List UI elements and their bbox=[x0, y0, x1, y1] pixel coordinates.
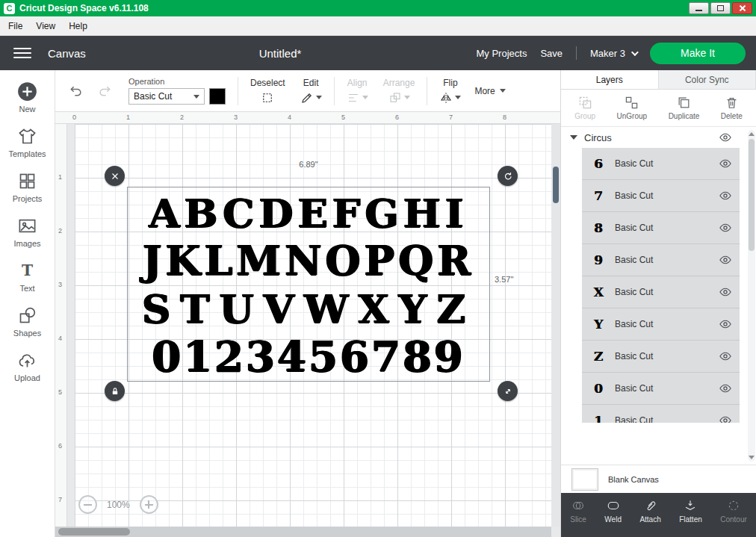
scrollbar-thumb[interactable] bbox=[553, 167, 559, 203]
menu-file[interactable]: File bbox=[1, 16, 29, 35]
my-projects-link[interactable]: My Projects bbox=[476, 48, 527, 59]
duplicate-button[interactable]: Duplicate bbox=[669, 96, 700, 120]
layer-row[interactable]: 6Basic Cut bbox=[561, 148, 756, 180]
visibility-eye-icon[interactable] bbox=[719, 157, 732, 170]
layer-row[interactable]: 8Basic Cut bbox=[561, 212, 756, 244]
lock-handle[interactable] bbox=[105, 381, 125, 401]
layer-tools: GroupUnGroupDuplicateDelete bbox=[561, 90, 756, 127]
layer-row-body[interactable]: XBasic Cut bbox=[582, 276, 740, 308]
scroll-down-icon[interactable] bbox=[749, 456, 755, 459]
panel-scrollbar[interactable] bbox=[748, 130, 755, 462]
scroll-up-icon[interactable] bbox=[749, 132, 755, 136]
layer-row-body[interactable]: 6Basic Cut bbox=[582, 148, 740, 180]
sidebar-item-new[interactable]: New bbox=[0, 81, 55, 114]
visibility-eye-icon[interactable] bbox=[719, 285, 732, 299]
operation-select[interactable]: Basic Cut bbox=[128, 88, 205, 105]
remove-selection-handle[interactable] bbox=[105, 166, 125, 186]
sidebar-item-upload[interactable]: Upload bbox=[0, 350, 55, 382]
visibility-eye-icon[interactable] bbox=[719, 382, 732, 395]
layer-row[interactable]: ZBasic Cut bbox=[561, 341, 756, 373]
scrollbar-thumb[interactable] bbox=[58, 528, 130, 536]
ruler-number: 1 bbox=[58, 173, 62, 181]
layer-row[interactable]: 9Basic Cut bbox=[561, 244, 756, 276]
rotate-handle[interactable] bbox=[498, 166, 518, 186]
color-swatch[interactable] bbox=[209, 88, 226, 105]
layer-group-header[interactable]: Circus bbox=[561, 127, 756, 148]
canvas-nav-label[interactable]: Canvas bbox=[48, 47, 86, 60]
attach-icon bbox=[644, 499, 657, 512]
layer-row-body[interactable]: 1Basic Cut bbox=[582, 405, 740, 423]
canvas-color-swatch[interactable] bbox=[571, 468, 598, 491]
layer-row-body[interactable]: 8Basic Cut bbox=[582, 212, 740, 244]
blank-canvas-row[interactable]: Blank Canvas bbox=[561, 465, 756, 493]
menu-view[interactable]: View bbox=[29, 16, 62, 35]
tab-color-sync[interactable]: Color Sync bbox=[659, 70, 756, 89]
delete-button[interactable]: Delete bbox=[721, 96, 743, 120]
visibility-eye-icon[interactable] bbox=[719, 189, 732, 202]
flip-icon bbox=[439, 91, 461, 105]
layer-row-body[interactable]: 0Basic Cut bbox=[582, 373, 740, 405]
sidebar-item-shapes[interactable]: Shapes bbox=[0, 305, 55, 338]
save-link[interactable]: Save bbox=[540, 48, 563, 59]
canvas-grid[interactable]: 6.89" 3.57" ABCDEFGHIJKLMNOPQRSTUVWXYZ01… bbox=[75, 124, 551, 527]
make-it-button[interactable]: Make It bbox=[650, 43, 746, 64]
minus-icon bbox=[84, 504, 92, 506]
canvas-vertical-scrollbar[interactable] bbox=[551, 124, 560, 527]
selection-bounding-box[interactable]: ABCDEFGHIJKLMNOPQRSTUVWXYZ0123456789 bbox=[127, 187, 490, 382]
layer-thumbnail: 7 bbox=[589, 188, 607, 203]
visibility-eye-icon[interactable] bbox=[719, 350, 732, 363]
flatten-button[interactable]: Flatten bbox=[679, 499, 702, 524]
layer-row-body[interactable]: 7Basic Cut bbox=[582, 180, 740, 212]
group-button[interactable]: Group bbox=[574, 96, 595, 120]
layer-row-body[interactable]: 9Basic Cut bbox=[582, 244, 740, 276]
weld-button[interactable]: Weld bbox=[604, 499, 622, 524]
sidebar-item-text[interactable]: TText bbox=[0, 261, 55, 293]
collapse-triangle-icon[interactable] bbox=[570, 135, 577, 140]
layer-row[interactable]: 7Basic Cut bbox=[561, 180, 756, 212]
layer-row-body[interactable]: YBasic Cut bbox=[582, 308, 740, 341]
maximize-button[interactable] bbox=[710, 2, 731, 14]
machine-select[interactable]: Maker 3 bbox=[590, 48, 636, 59]
zoom-in-button[interactable] bbox=[140, 495, 158, 514]
layer-row[interactable]: XBasic Cut bbox=[561, 276, 756, 308]
tab-layers[interactable]: Layers bbox=[561, 70, 659, 89]
visibility-eye-icon[interactable] bbox=[719, 317, 732, 331]
edit-button[interactable]: Edit bbox=[293, 78, 329, 105]
layer-row[interactable]: 0Basic Cut bbox=[561, 373, 756, 405]
minimize-button[interactable] bbox=[689, 2, 709, 14]
hamburger-menu-icon[interactable] bbox=[13, 48, 31, 58]
ruler-number: 3 bbox=[234, 114, 238, 121]
ruler-number: 1 bbox=[126, 114, 130, 121]
sidebar-item-projects[interactable]: Projects bbox=[0, 171, 55, 203]
undo-button[interactable] bbox=[69, 84, 84, 99]
more-button[interactable]: More bbox=[474, 86, 505, 96]
operation-group: Operation Basic Cut bbox=[128, 77, 226, 105]
deselect-button[interactable]: Deselect bbox=[243, 78, 293, 105]
resize-handle[interactable] bbox=[498, 381, 518, 401]
scrollbar-thumb[interactable] bbox=[749, 139, 755, 251]
attach-button[interactable]: Attach bbox=[639, 499, 660, 524]
sidebar-item-templates[interactable]: Templates bbox=[0, 126, 55, 158]
tool-label: Delete bbox=[721, 112, 743, 120]
flip-button[interactable]: Flip bbox=[432, 78, 468, 105]
sidebar-item-images[interactable]: Images bbox=[0, 216, 55, 248]
align-button[interactable]: Align bbox=[339, 78, 376, 105]
contour-button[interactable]: Contour bbox=[720, 499, 747, 524]
visibility-eye-icon[interactable] bbox=[719, 221, 732, 235]
canvas-horizontal-scrollbar[interactable] bbox=[55, 527, 551, 537]
visibility-eye-icon[interactable] bbox=[719, 414, 732, 423]
redo-button[interactable] bbox=[97, 84, 112, 99]
close-button[interactable] bbox=[732, 2, 752, 14]
shapes-icon bbox=[17, 305, 37, 326]
slice-button[interactable]: Slice bbox=[570, 499, 586, 524]
layer-row[interactable]: 1Basic Cut bbox=[561, 405, 756, 423]
arrange-button[interactable]: Arrange bbox=[376, 78, 423, 105]
ungroup-button[interactable]: UnGroup bbox=[617, 96, 648, 120]
visibility-eye-icon[interactable] bbox=[719, 131, 732, 144]
menu-help[interactable]: Help bbox=[62, 16, 94, 35]
sidebar-item-label: Templates bbox=[8, 149, 46, 158]
zoom-out-button[interactable] bbox=[78, 495, 97, 514]
layer-row-body[interactable]: ZBasic Cut bbox=[582, 341, 740, 373]
visibility-eye-icon[interactable] bbox=[719, 253, 732, 267]
layer-row[interactable]: YBasic Cut bbox=[561, 308, 756, 341]
